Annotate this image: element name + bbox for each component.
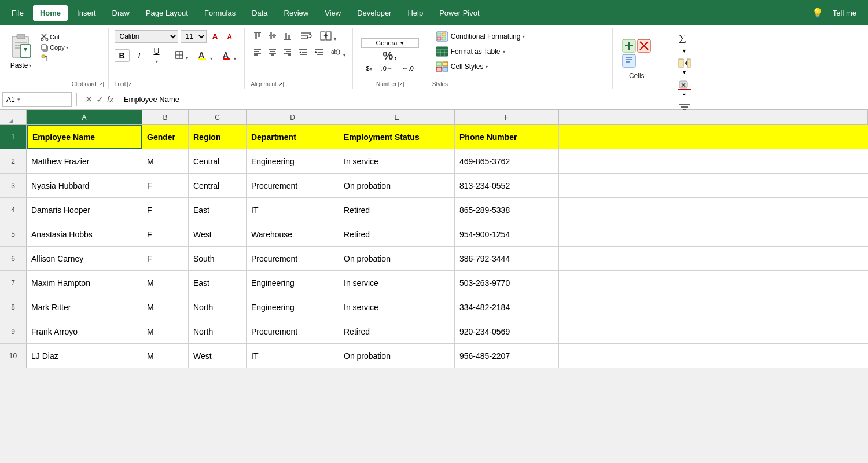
table-cell[interactable]: Procurement	[247, 247, 339, 270]
table-cell[interactable]: In service	[339, 271, 455, 295]
col-header-c[interactable]: C	[189, 110, 247, 125]
decrease-decimal-button[interactable]: ←.0	[399, 63, 417, 74]
menu-file[interactable]: File	[5, 5, 31, 21]
conditional-formatting-dropdown[interactable]: ▾	[523, 34, 525, 39]
menu-view[interactable]: View	[318, 5, 348, 21]
align-top-button[interactable]	[251, 30, 264, 45]
row-number[interactable]: 7	[0, 271, 27, 295]
number-format-button[interactable]: ab ▾	[328, 46, 347, 61]
table-cell[interactable]: South	[189, 247, 247, 270]
row-number[interactable]: 9	[0, 319, 27, 343]
table-cell[interactable]: On probation	[339, 247, 455, 270]
conditional-formatting-button[interactable]: Conditional Formatting ▾	[432, 30, 529, 43]
table-cell[interactable]: LJ Diaz	[27, 344, 142, 368]
align-bottom-button[interactable]	[281, 30, 295, 45]
fill-button[interactable]: ▾	[674, 57, 696, 76]
table-cell[interactable]: F	[142, 198, 189, 222]
table-cell[interactable]: Procurement	[247, 174, 339, 197]
wrap-text-button[interactable]	[296, 30, 317, 45]
table-cell[interactable]: Retired	[339, 198, 455, 222]
table-cell[interactable]: West	[189, 222, 247, 246]
menu-data[interactable]: Data	[245, 5, 274, 21]
row-number[interactable]: 6	[0, 247, 27, 270]
table-cell[interactable]: M	[142, 319, 189, 343]
table-cell[interactable]: Employment Status	[339, 125, 455, 149]
decrease-font-button[interactable]: A	[224, 31, 236, 42]
table-cell[interactable]: Gender	[142, 125, 189, 149]
row-number[interactable]: 1	[0, 125, 27, 149]
row-number[interactable]: 4	[0, 198, 27, 222]
table-cell[interactable]: M	[142, 344, 189, 368]
col-header-g[interactable]	[559, 110, 868, 125]
format-as-table-button[interactable]: Format as Table ▾	[432, 45, 509, 58]
indent-increase-button[interactable]	[312, 46, 327, 61]
table-cell[interactable]: 469-865-3762	[455, 149, 559, 173]
fill-color-button[interactable]: A ▾	[194, 48, 216, 64]
row-number[interactable]: 3	[0, 174, 27, 197]
table-cell[interactable]: F	[142, 222, 189, 246]
table-cell[interactable]: M	[142, 149, 189, 173]
table-cell[interactable]: Engineering	[247, 271, 339, 295]
cell-ref-dropdown[interactable]: ▾	[17, 97, 20, 102]
table-cell[interactable]: Central	[189, 174, 247, 197]
table-cell[interactable]: East	[189, 271, 247, 295]
table-cell[interactable]: North	[189, 295, 247, 319]
confirm-formula-icon[interactable]: ✓	[96, 94, 104, 105]
align-middle-button[interactable]	[266, 30, 279, 45]
table-cell[interactable]: East	[189, 198, 247, 222]
bold-button[interactable]: B	[115, 49, 130, 62]
col-header-e[interactable]: E	[339, 110, 455, 125]
table-cell[interactable]: IT	[247, 344, 339, 368]
table-cell[interactable]: 954-900-1254	[455, 222, 559, 246]
table-cell[interactable]: Retired	[339, 319, 455, 343]
menu-home[interactable]: Home	[33, 5, 68, 21]
row-number[interactable]: 2	[0, 149, 27, 173]
corner-cell[interactable]	[0, 110, 27, 125]
number-format-select[interactable]: General ▾	[361, 38, 419, 48]
format-painter-button[interactable]	[39, 53, 69, 63]
font-name-select[interactable]: Calibri	[115, 30, 178, 43]
cell-styles-button[interactable]: Cell Styles ▾	[432, 60, 492, 73]
table-cell[interactable]: Phone Number	[455, 125, 559, 149]
cell-reference-box[interactable]: A1 ▾	[2, 92, 72, 107]
table-cell[interactable]: 334-482-2184	[455, 295, 559, 319]
menu-formulas[interactable]: Formulas	[197, 5, 242, 21]
number-expander[interactable]: ↗	[398, 82, 404, 87]
alignment-expander[interactable]: ↗	[278, 82, 284, 87]
border-button[interactable]: ▾	[171, 49, 192, 63]
table-cell[interactable]: Frank Arroyo	[27, 319, 142, 343]
comma-button[interactable]: ,	[394, 50, 396, 61]
table-cell[interactable]: Allison Carney	[27, 247, 142, 270]
table-cell[interactable]: Anastasia Hobbs	[27, 222, 142, 246]
menu-power-pivot[interactable]: Power Pivot	[432, 5, 486, 21]
align-left-button[interactable]	[251, 46, 264, 61]
row-number[interactable]: 8	[0, 295, 27, 319]
table-cell[interactable]: Department	[247, 125, 339, 149]
col-header-b[interactable]: B	[142, 110, 189, 125]
table-cell[interactable]: Employee Name	[27, 125, 142, 149]
table-cell[interactable]: F	[142, 174, 189, 197]
table-cell[interactable]: Warehouse	[247, 222, 339, 246]
table-cell[interactable]: Engineering	[247, 149, 339, 173]
table-cell[interactable]: Procurement	[247, 319, 339, 343]
font-color-dropdown[interactable]: ▾	[234, 56, 236, 61]
table-cell[interactable]: North	[189, 319, 247, 343]
paste-button[interactable]: Paste ▾	[5, 30, 37, 71]
indent-decrease-button[interactable]	[296, 46, 311, 61]
formula-input[interactable]	[122, 95, 866, 104]
table-cell[interactable]: On probation	[339, 174, 455, 197]
border-dropdown[interactable]: ▾	[186, 56, 188, 61]
table-cell[interactable]: 386-792-3444	[455, 247, 559, 270]
table-cell[interactable]: F	[142, 247, 189, 270]
underline-button[interactable]: U ▾	[149, 45, 164, 67]
increase-font-button[interactable]: A	[209, 30, 222, 43]
font-expander[interactable]: ↗	[127, 82, 133, 87]
align-right-button[interactable]	[281, 46, 295, 61]
cell-styles-dropdown[interactable]: ▾	[486, 64, 488, 69]
menu-draw[interactable]: Draw	[105, 5, 137, 21]
table-cell[interactable]: M	[142, 271, 189, 295]
table-cell[interactable]: 865-289-5338	[455, 198, 559, 222]
fill-color-dropdown[interactable]: ▾	[210, 56, 212, 61]
copy-button[interactable]: Copy ▾	[39, 43, 69, 52]
table-cell[interactable]: Region	[189, 125, 247, 149]
